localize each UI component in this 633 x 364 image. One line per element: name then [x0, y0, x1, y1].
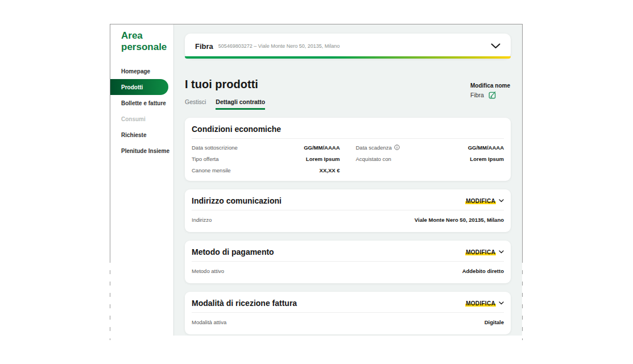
tab-gestisci[interactable]: Gestisci [185, 98, 206, 110]
field-indirizzo: Indirizzo Viale Monte Nero 50, 20135, Mi… [192, 210, 504, 227]
frame-right-border-dashed [522, 259, 523, 340]
product-contract-details: 505469803272 – Viale Monte Nero 50, 2013… [218, 43, 340, 49]
field-tipo-offerta: Tipo offerta Lorem Ipsum [192, 153, 340, 164]
sidebar-nav: Homepage Prodotti Bollette e fatture Con… [110, 63, 173, 159]
product-selector-dropdown[interactable]: Fibra 505469803272 – Viale Monte Nero 50… [185, 34, 511, 59]
field-empty [356, 164, 504, 176]
product-name: Fibra [195, 42, 213, 51]
rename-value: Fibra [470, 92, 484, 98]
edit-pencil-icon[interactable] [489, 91, 497, 99]
chevron-down-icon [499, 250, 504, 254]
frame-right-border-solid [522, 24, 523, 259]
sidebar-item-consumi: Consumi [110, 111, 173, 127]
field-data-sottoscrizione: Data sottoscrizione GG/MM/AAAA [192, 142, 340, 153]
card-title: Modalità di ricezione fattura [192, 299, 297, 308]
chevron-down-icon [499, 301, 504, 305]
chevron-down-icon[interactable] [491, 43, 500, 49]
modifica-address-button[interactable]: MODIFICA [465, 198, 504, 204]
card-modalita-ricezione-fattura: Modalità di ricezione fattura MODIFICA M… [185, 292, 511, 334]
sidebar-title: Area personale [121, 30, 168, 53]
economic-fields-grid: Data sottoscrizione GG/MM/AAAA Data scad… [192, 139, 504, 176]
card-condizioni-economiche: Condizioni economiche Data sottoscrizion… [185, 118, 511, 181]
modifica-payment-button[interactable]: MODIFICA [465, 249, 504, 255]
info-icon[interactable] [394, 144, 400, 150]
field-modalita-attiva: Modalità attiva Digitale [192, 313, 504, 329]
sidebar: Area personale Homepage Prodotti Bollett… [110, 24, 174, 336]
sidebar-item-prodotti[interactable]: Prodotti [110, 79, 168, 95]
chevron-down-icon [499, 199, 504, 202]
page-canvas: Area personale Homepage Prodotti Bollett… [0, 0, 633, 364]
app-frame: Area personale Homepage Prodotti Bollett… [110, 24, 523, 336]
cards-list: Condizioni economiche Data sottoscrizion… [185, 118, 511, 336]
page-head: I tuoi prodotti Modifica nome Fibra Gest… [185, 78, 511, 110]
card-metodo-di-pagamento: Metodo di pagamento MODIFICA Metodo atti… [185, 241, 511, 283]
tabs: Gestisci Dettagli contratto [185, 98, 511, 110]
field-data-scadenza: Data scadenza GG/MM/AAAA [356, 142, 504, 153]
card-indirizzo-comunicazioni: Indirizzo comunicazioni MODIFICA Indiriz… [185, 189, 511, 232]
tab-dettagli-contratto[interactable]: Dettagli contratto [216, 98, 265, 110]
card-title: Metodo di pagamento [192, 247, 274, 257]
sidebar-item-bollette-e-fatture[interactable]: Bollette e fatture [110, 95, 173, 111]
sidebar-item-plenitude-insieme[interactable]: Plenitude Insieme [110, 143, 173, 159]
sidebar-item-richieste[interactable]: Richieste [110, 127, 173, 143]
sidebar-item-homepage[interactable]: Homepage [110, 63, 173, 79]
rename-label: Modifica nome [470, 82, 510, 89]
card-title: Condizioni economiche [192, 125, 281, 134]
selector-gradient-bar [185, 56, 511, 59]
field-canone-mensile: Canone mensile XX,XX € [192, 164, 340, 176]
field-acquistato-con: Acquistato con Lorem Ipsum [356, 153, 504, 164]
page-title: I tuoi prodotti [185, 78, 511, 91]
card-title: Indirizzo comunicazioni [192, 196, 282, 205]
rename-widget: Modifica nome Fibra [470, 82, 510, 99]
modifica-billing-button[interactable]: MODIFICA [465, 300, 504, 307]
main-content: Fibra 505469803272 – Viale Monte Nero 50… [174, 24, 522, 336]
field-metodo-attivo: Metodo attivo Addebito diretto [192, 262, 504, 278]
